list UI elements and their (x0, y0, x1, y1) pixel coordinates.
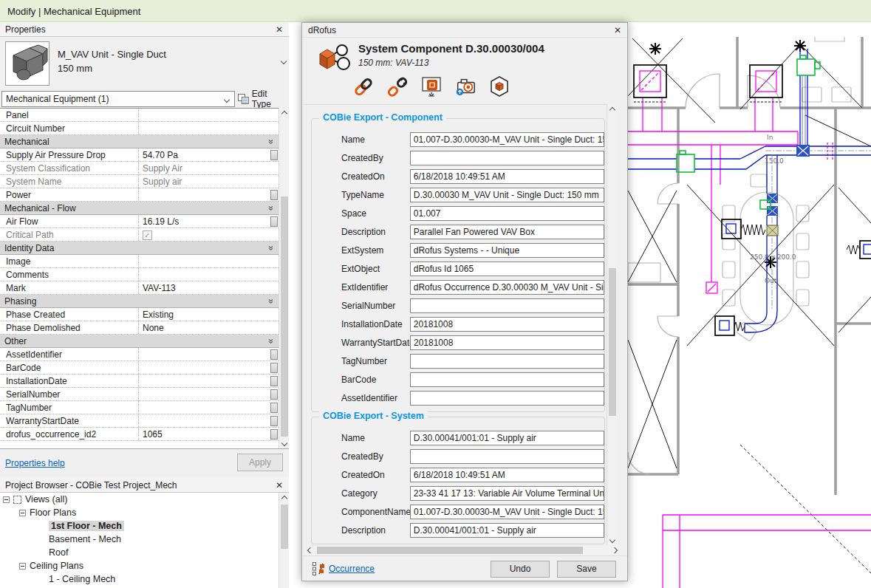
tree-item-ceiling-plans[interactable]: Ceiling Plans (0, 559, 279, 572)
scroll-left-icon[interactable] (307, 547, 313, 553)
scrollbar-thumb[interactable] (281, 505, 288, 549)
dialog-title-bar[interactable]: dRofus ✕ (302, 23, 627, 38)
associate-parameter-button[interactable] (270, 403, 278, 413)
field-input-assetidentifier[interactable] (410, 391, 604, 406)
dialog-horizontal-scrollbar[interactable] (305, 545, 620, 555)
dialog-scrollbar[interactable] (607, 104, 617, 545)
field-input-description[interactable]: D.30.00041/001:01 - Supply air (410, 523, 604, 538)
element-category-select[interactable]: Mechanical Equipment (1) (1, 91, 235, 107)
property-value[interactable] (139, 188, 279, 201)
scrollbar-thumb[interactable] (281, 196, 288, 437)
field-input-tagnumber[interactable] (410, 354, 604, 369)
tree-expander-icon[interactable] (19, 563, 26, 570)
property-value[interactable] (139, 122, 279, 134)
associate-parameter-button[interactable] (270, 150, 278, 160)
field-input-serialnumber[interactable] (410, 298, 604, 313)
field-input-barcode[interactable] (410, 372, 604, 387)
occurrence-link[interactable]: Occurrence (329, 564, 375, 574)
field-input-space[interactable]: 01.007 (410, 206, 604, 221)
associate-parameter-button[interactable] (270, 216, 278, 227)
scroll-up-icon[interactable] (281, 110, 287, 116)
type-selector[interactable]: M_VAV Unit - Single Duct 150 mm (0, 37, 289, 90)
property-value[interactable] (139, 414, 279, 427)
tree-expander-icon[interactable] (3, 496, 10, 503)
property-value[interactable]: None (139, 321, 279, 334)
associate-parameter-button[interactable] (270, 429, 278, 440)
associate-parameter-button[interactable] (270, 363, 278, 373)
field-input-createdon[interactable]: 6/18/2018 10:49:51 AM (410, 468, 604, 482)
field-input-category[interactable]: 23-33 41 17 13: Variable Air Volume Term… (410, 486, 604, 501)
collapse-section-icon[interactable]: « (266, 339, 278, 344)
collapse-section-icon[interactable]: « (266, 140, 278, 145)
apply-button[interactable]: Apply (237, 454, 283, 471)
associate-parameter-button[interactable] (270, 416, 278, 426)
property-value[interactable] (139, 401, 279, 414)
link-icon[interactable] (352, 75, 375, 98)
scroll-right-icon[interactable] (612, 547, 618, 553)
property-value[interactable] (139, 361, 279, 374)
property-value[interactable]: 1065 (139, 428, 279, 440)
model-view-icon[interactable] (488, 75, 510, 98)
field-input-createdby[interactable] (410, 151, 604, 165)
modify-context-tab-label[interactable]: Modify | Mechanical Equipment (7, 6, 140, 17)
unlink-icon[interactable] (386, 75, 409, 98)
close-icon[interactable]: ✕ (274, 24, 284, 35)
scroll-up-icon[interactable] (281, 495, 287, 501)
field-input-name[interactable]: D.30.00041/001:01 - Supply air (410, 431, 604, 445)
property-row-serialnumber: SerialNumber (0, 388, 279, 401)
property-value[interactable]: Existing (139, 308, 279, 321)
tree-item-roof[interactable]: Roof (0, 546, 279, 559)
tree-item-1st-floor-mech[interactable]: 1st Floor - Mech (0, 519, 279, 533)
field-input-warrantystartdate[interactable]: 20181008 (410, 335, 604, 350)
associate-parameter-button[interactable] (270, 349, 278, 360)
field-input-installationdate[interactable]: 20181008 (410, 317, 604, 332)
edit-type-button[interactable]: Edit Type (238, 91, 288, 107)
field-input-description[interactable]: Parallel Fan Powered VAV Box (410, 225, 604, 239)
save-button[interactable]: Save (557, 561, 616, 578)
properties-title-bar: Properties ✕ (0, 22, 289, 37)
property-value[interactable] (139, 388, 279, 400)
property-value[interactable] (139, 348, 279, 360)
chevron-down-icon[interactable] (281, 58, 287, 64)
project-browser-scrollbar[interactable] (279, 493, 289, 588)
screen-capture-icon[interactable] (420, 75, 443, 98)
associate-parameter-button[interactable] (270, 190, 278, 200)
close-icon[interactable]: ✕ (274, 479, 284, 491)
scrollbar-thumb[interactable] (317, 547, 583, 554)
floor-plan-drawing[interactable]: In 150.0 250.0 x 200.0 Out (628, 37, 871, 588)
field-input-typename[interactable]: D.30.00030 M_VAV Unit - Single Duct: 150… (410, 188, 604, 202)
field-input-componentname[interactable]: 01.007-D.30.00030-M_VAV Unit - Single Du… (410, 505, 604, 519)
property-value[interactable] (139, 255, 279, 267)
field-input-createdon[interactable]: 6/18/2018 10:49:51 AM (410, 169, 604, 184)
field-input-name[interactable]: 01.007-D.30.00030-M_VAV Unit - Single Du… (410, 132, 604, 147)
property-value[interactable]: VAV-113 (139, 281, 279, 294)
tree-expander-icon[interactable] (19, 510, 26, 516)
property-value[interactable] (139, 375, 279, 387)
property-value[interactable] (139, 268, 279, 281)
properties-help-link[interactable]: Properties help (5, 458, 65, 468)
field-input-extobject[interactable]: dRofus Id 1065 (410, 261, 604, 276)
property-value[interactable]: 54.70 Pa (139, 148, 279, 161)
scroll-down-icon[interactable] (281, 440, 287, 445)
scrollbar-thumb[interactable] (609, 268, 616, 416)
associate-parameter-button[interactable] (270, 376, 278, 386)
property-value[interactable] (139, 109, 279, 121)
tree-item-1-ceiling-mech[interactable]: 1 - Ceiling Mech (0, 572, 279, 586)
scroll-down-icon[interactable] (609, 536, 615, 542)
collapse-section-icon[interactable]: « (266, 206, 278, 211)
camera-upload-icon[interactable] (454, 75, 477, 98)
field-input-createdby[interactable] (410, 449, 604, 464)
field-input-extsystem[interactable]: dRofus Systems - - Unique (410, 243, 604, 258)
property-value[interactable]: 16.19 L/s (139, 215, 279, 228)
tree-item-floor-plans[interactable]: Floor Plans (0, 506, 279, 519)
collapse-section-icon[interactable]: « (266, 246, 278, 251)
close-icon[interactable]: ✕ (612, 24, 623, 36)
associate-parameter-button[interactable] (270, 389, 278, 400)
undo-button[interactable]: Undo (491, 561, 550, 578)
tree-item-basement-mech[interactable]: Basement - Mech (0, 533, 279, 546)
scroll-up-icon[interactable] (609, 106, 615, 112)
collapse-section-icon[interactable]: « (266, 299, 278, 304)
properties-scrollbar[interactable] (279, 108, 289, 448)
field-input-extidentifier[interactable]: dRofus Occurrence D.30.00030 M_VAV Unit … (410, 280, 604, 295)
tree-item-views-all[interactable]: Views (all) (0, 493, 279, 506)
